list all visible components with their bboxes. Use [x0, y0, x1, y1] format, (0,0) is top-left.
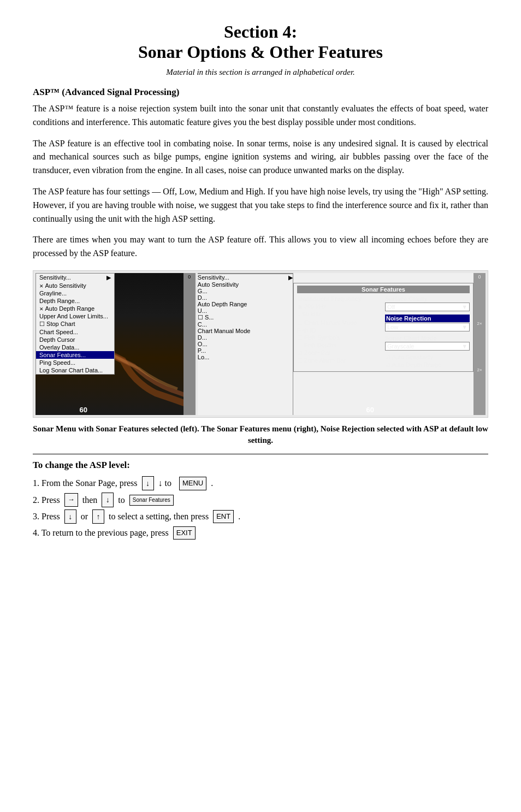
step3-dot: .	[238, 509, 240, 524]
para2: The ASP feature is an effective tool in …	[33, 137, 488, 177]
fish-depths: ☐ Fish Depths	[297, 342, 382, 349]
screenshot-caption: Sonar Menu with Sonar Features selected …	[33, 423, 488, 446]
section-line2: Sonar Options & Other Features	[33, 42, 488, 62]
menu-auto-depth-range: Auto Depth Range	[36, 305, 114, 312]
step3-text: 3. Press	[33, 509, 60, 524]
r-menu-chart-manual: Chart Manual Mode	[198, 328, 293, 334]
fish-symbols: ☐ Fish Symbols	[297, 334, 382, 341]
step1-text: 1. From the Sonar Page, press	[33, 476, 138, 490]
step2-row: 2. Press → then ↓ to Sonar Features	[33, 493, 488, 507]
step2-to: to	[118, 493, 125, 507]
up-arrow-key: ↑	[92, 509, 104, 524]
r-scale-mid2: 2×	[477, 368, 482, 372]
menu-sonar-features: Sonar Features...	[36, 351, 114, 359]
transducer-label: Transducer Frequency	[297, 295, 382, 302]
change-asp-heading: To change the ASP level:	[33, 460, 488, 471]
noise-rejection-label: Noise Rejection	[385, 315, 470, 322]
asp-heading: ASP™ (Advanced Signal Processing)	[33, 87, 488, 98]
dialog-right-col: Surface Clarity Off ▼ Noise Rejection Lo…	[385, 295, 470, 369]
r-menu-depth-range: D...	[198, 294, 293, 301]
enter-key: ENT	[213, 510, 234, 524]
step1-to: ↓ to	[158, 476, 171, 490]
freq-200: ◉ 200 kHz	[297, 303, 382, 310]
sonar-features-key: Sonar Features	[129, 495, 174, 506]
step4-row: 4. To return to the previous page, press…	[33, 526, 488, 540]
step2-text: 2. Press	[33, 493, 60, 507]
surface-clarity-label: Surface Clarity	[385, 295, 470, 302]
right-depth-label: 60	[366, 406, 374, 414]
menu-key: MENU	[179, 477, 206, 490]
auto-depth-range-check: ☑ Auto Depth Range	[385, 361, 470, 369]
fish-id: Fish ID	[297, 327, 382, 334]
menu-chart-speed: Chart Speed...	[36, 328, 114, 336]
r-menu-log-sonar: Lo...	[198, 354, 293, 360]
menu-stop-chart: ☐ Stop Chart	[36, 320, 114, 328]
separator	[33, 454, 488, 454]
menu-sensitivity: Sensitivity...▶	[36, 274, 114, 282]
step2-then: then	[82, 493, 98, 507]
menu-upper-lower: Upper And Lower Limits...	[36, 312, 114, 320]
dialog-title: Sonar Features	[297, 286, 470, 293]
dialog-left-col: Transducer Frequency ◉ 200 kHz ○ 50 kHz …	[297, 295, 382, 369]
step1-dot: .	[211, 476, 213, 490]
sonar-chart-mode-value: Grayscale ▼	[385, 342, 470, 351]
r-menu-overlay-data: O...	[198, 341, 293, 347]
menu-auto-sensitivity: Auto Sensitivity	[36, 282, 114, 289]
left-sonar-menu: Sensitivity...▶ Auto Sensitivity Graylin…	[35, 273, 115, 375]
freq-50: ○ 50 kHz	[297, 311, 382, 317]
section-line1: Section 4:	[33, 22, 488, 42]
menu-grayline: Grayline...	[36, 289, 114, 297]
subtitle: Material in this section is arranged in …	[33, 68, 488, 77]
right-scale-bar: 0 2× 2×	[473, 273, 486, 415]
down-arrow-key1: ↓	[142, 476, 154, 490]
r-menu-ping-speed: P...	[198, 347, 293, 354]
down-arrow-key2: ↓	[102, 493, 114, 507]
left-depth-label: 60	[80, 406, 87, 414]
sonar-features-dialog: Sonar Features Transducer Frequency ◉ 20…	[293, 283, 473, 372]
para1: The ASP™ feature is a noise rejection sy…	[33, 102, 488, 129]
down-arrow-key3: ↓	[64, 509, 76, 524]
r-menu-grayline: G...	[198, 288, 293, 294]
chart-manual: ☐ Chart Manual Mode	[297, 319, 382, 327]
r-menu-upper-lower: U...	[198, 307, 293, 314]
features-panel: Sonar Features Transducer Frequency ◉ 20…	[293, 273, 486, 415]
auto-sensitivity-check: ☑ Auto Sensitivity	[385, 354, 470, 361]
r-menu-auto-depth-range: Auto Depth Range	[198, 301, 293, 307]
step1-row: 1. From the Sonar Page, press ↓ ↓ to MEN…	[33, 476, 488, 490]
dialog-body: Transducer Frequency ◉ 200 kHz ○ 50 kHz …	[297, 295, 470, 369]
right-left-menu: Sensitivity...▶ Auto Sensitivity G... D.…	[198, 273, 293, 415]
zoom-bar: ☑ Zoom Bar	[297, 349, 382, 357]
left-sonar-panel: Sensitivity...▶ Auto Sensitivity Graylin…	[35, 273, 196, 415]
exit-key: EXIT	[173, 526, 196, 540]
menu-depth-range: Depth Range...	[36, 297, 114, 305]
menu-overlay-data: Overlay Data...	[36, 343, 114, 351]
r-menu-sensitivity: Sensitivity...▶	[198, 274, 293, 281]
menu-ping-speed: Ping Speed...	[36, 359, 114, 366]
surface-clarity-value: Off ▼	[385, 303, 470, 311]
left-scale-top: 0	[188, 274, 191, 280]
menu-depth-cursor: Depth Cursor	[36, 336, 114, 343]
r-scale-mid1: 2×	[477, 321, 482, 326]
right-sonar-panel: Sensitivity...▶ Auto Sensitivity G... D.…	[198, 273, 486, 415]
step3-text2: to select a setting, then press	[109, 509, 209, 524]
r-menu-auto-sensitivity: Auto Sensitivity	[198, 281, 293, 288]
r-menu-chart-speed: C...	[198, 321, 293, 328]
r-menu-depth-cursor: D...	[198, 334, 293, 341]
menu-log-sonar: Log Sonar Chart Data...	[36, 366, 114, 374]
noise-rejection-value: Low ▼	[385, 323, 470, 331]
step4-text: 4. To return to the previous page, press	[33, 526, 169, 540]
right-panel-inner: Sensitivity...▶ Auto Sensitivity G... D.…	[198, 273, 486, 415]
screenshot-container: Sensitivity...▶ Auto Sensitivity Graylin…	[33, 270, 488, 418]
left-scale-bar: 0	[183, 273, 196, 415]
step3-row: 3. Press ↓ or ↑ to select a setting, the…	[33, 509, 488, 524]
para4: There are times when you may want to tur…	[33, 233, 488, 260]
step3-or: or	[81, 509, 88, 524]
para3: The ASP feature has four settings — Off,…	[33, 185, 488, 226]
page-title-block: Section 4: Sonar Options & Other Feature…	[33, 22, 488, 62]
right-arrow-key: →	[64, 493, 78, 507]
r-scale-top: 0	[478, 274, 481, 280]
r-menu-stop-chart: ☐ S...	[198, 314, 293, 321]
zone-alarm-bar: ☐ Zone Alarm Bar	[297, 357, 382, 364]
sonar-chart-mode-label: Sonar Chart Mode	[385, 335, 470, 341]
